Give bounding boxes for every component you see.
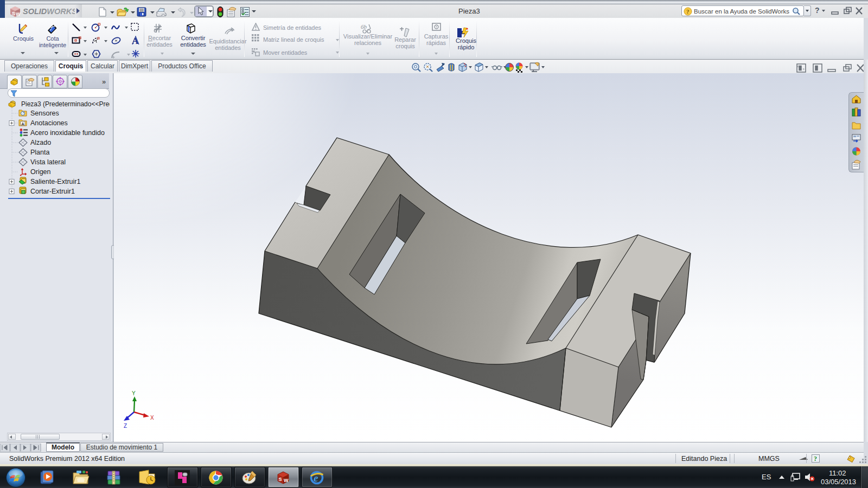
svg-text:X: X bbox=[150, 415, 154, 421]
svg-text:S: S bbox=[279, 477, 282, 482]
svg-text:Sensores: Sensores bbox=[30, 110, 59, 117]
svg-text:Saliente-Extruir1: Saliente-Extruir1 bbox=[30, 178, 80, 185]
svg-text:Cortar-Extruir1: Cortar-Extruir1 bbox=[30, 188, 75, 195]
svg-text:Pieza3 (Predeterminado<<Pred: Pieza3 (Predeterminado<<Pred bbox=[21, 100, 110, 108]
svg-text:W: W bbox=[284, 478, 289, 483]
svg-text:A: A bbox=[22, 122, 24, 126]
svg-text:?: ? bbox=[814, 455, 817, 463]
svg-text:Vista lateral: Vista lateral bbox=[30, 158, 66, 166]
svg-text:Alzado: Alzado bbox=[30, 139, 51, 146]
svg-text:S: S bbox=[12, 11, 15, 16]
svg-text:Acero inoxidable fundido: Acero inoxidable fundido bbox=[30, 129, 105, 137]
svg-text:W: W bbox=[16, 11, 21, 17]
svg-text:6b: 6b bbox=[361, 23, 367, 30]
svg-text:Anotaciones: Anotaciones bbox=[30, 119, 68, 127]
svg-text:Planta: Planta bbox=[30, 149, 49, 156]
svg-text:Y: Y bbox=[132, 390, 136, 396]
svg-text:Origen: Origen bbox=[30, 168, 51, 176]
svg-text:?: ? bbox=[686, 8, 690, 15]
svg-text:Z: Z bbox=[124, 423, 127, 429]
